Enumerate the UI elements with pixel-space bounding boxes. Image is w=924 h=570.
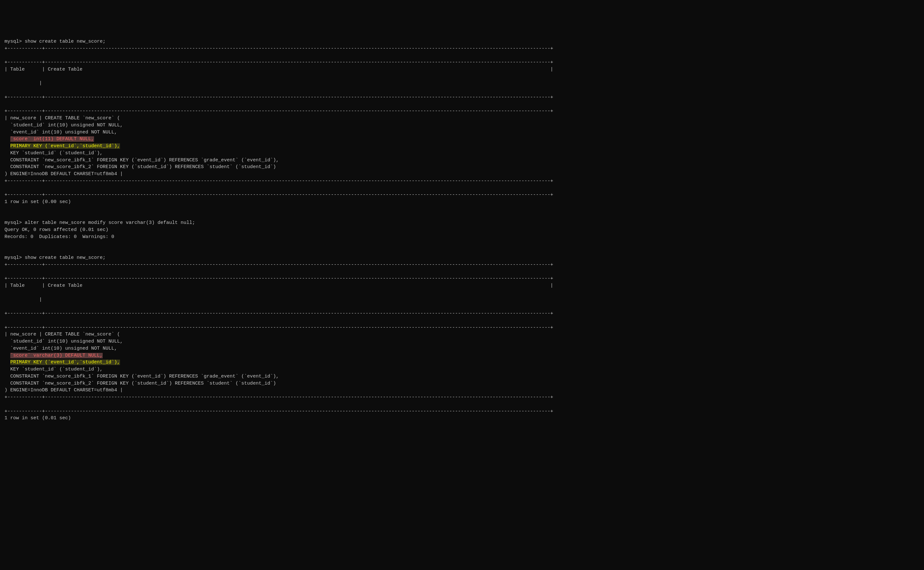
row2-line1: `student_id` int(10) unsigned NOT NULL, <box>5 339 123 344</box>
row2-line6: CONSTRAINT `new_score_ibfk_1` FOREIGN KE… <box>5 374 279 379</box>
divider-mid-2: +------------+--------------------------… <box>5 95 553 100</box>
row2-line3: `score` varchar(3) DEFAULT NULL, <box>5 353 103 358</box>
row1-line1: `student_id` int(10) unsigned NOT NULL, <box>5 123 123 128</box>
row1-line5: KEY `student_id` (`student_id`), <box>5 150 103 156</box>
query-ok: Query OK, 0 rows affected (0.01 sec) <box>5 227 109 233</box>
prompt-1: mysql> show create table new_score; <box>5 39 106 44</box>
terminal-window: mysql> show create table new_score; +---… <box>5 31 919 422</box>
rowcount-2: 1 row in set (0.01 sec) <box>5 415 71 421</box>
row2-line4: PRIMARY KEY (`event_id`,`student_id`), <box>5 360 120 365</box>
divider-mid-4: +------------+--------------------------… <box>5 192 553 198</box>
divider-bot-2: +------------+--------------------------… <box>5 395 553 400</box>
rowcount-1: 1 row in set (0.00 sec) <box>5 199 71 205</box>
row2-line8: ) ENGINE=InnoDB DEFAULT CHARSET=utf8mb4 … <box>5 388 123 393</box>
row2-line5: KEY `student_id` (`student_id`), <box>5 367 103 372</box>
row1-line4: PRIMARY KEY (`event_id`,`student_id`), <box>5 143 120 149</box>
divider-mid-8: +------------+--------------------------… <box>5 409 553 414</box>
divider-space-1: | <box>5 81 42 86</box>
records: Records: 0 Duplicates: 0 Warnings: 0 <box>5 234 114 240</box>
row2-line7: CONSTRAINT `new_score_ibfk_2` FOREIGN KE… <box>5 381 276 386</box>
table-header-1: | Table | Create Table | <box>5 67 553 72</box>
table-header-2: | Table | Create Table | <box>5 283 553 288</box>
row2-line2: `event_id` int(10) unsigned NOT NULL, <box>5 346 117 351</box>
row2-start: | new_score | CREATE TABLE `new_score` ( <box>5 332 120 337</box>
divider-mid-1: +------------+--------------------------… <box>5 60 553 65</box>
row1-line8: ) ENGINE=InnoDB DEFAULT CHARSET=utf8mb4 … <box>5 171 123 177</box>
divider-space-2: | <box>5 297 42 302</box>
divider-mid-3: +------------+--------------------------… <box>5 109 553 114</box>
divider-top-2: +------------+--------------------------… <box>5 262 553 268</box>
row1-line7: CONSTRAINT `new_score_ibfk_2` FOREIGN KE… <box>5 164 276 170</box>
row1-line2: `event_id` int(10) unsigned NOT NULL, <box>5 130 117 135</box>
prompt-2: mysql> alter table new_score modify scor… <box>5 220 195 225</box>
divider-bot-1: +------------+--------------------------… <box>5 178 553 184</box>
prompt-3: mysql> show create table new_score; <box>5 255 106 260</box>
divider-mid-7: +------------+--------------------------… <box>5 325 553 330</box>
divider-top-1: +------------+--------------------------… <box>5 46 553 51</box>
row1-line3: `score` int(11) DEFAULT NULL, <box>5 136 94 142</box>
row1-line6: CONSTRAINT `new_score_ibfk_1` FOREIGN KE… <box>5 158 279 163</box>
divider-mid-6: +------------+--------------------------… <box>5 311 553 316</box>
row1-start: | new_score | CREATE TABLE `new_score` ( <box>5 115 120 121</box>
divider-mid-5: +------------+--------------------------… <box>5 276 553 281</box>
